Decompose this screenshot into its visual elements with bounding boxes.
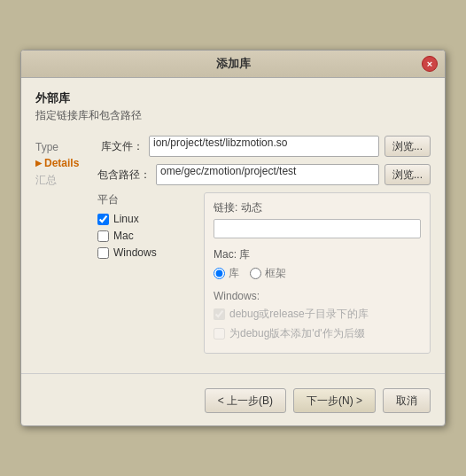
win-check1-row: debug或release子目录下的库 (214, 307, 421, 322)
windows-section-label: Windows: (214, 290, 421, 302)
mac-library-radio[interactable] (214, 268, 225, 279)
library-row: 库文件： ion/project/test/libzmotion.so 浏览..… (97, 136, 431, 157)
close-button[interactable]: × (422, 56, 438, 72)
platforms-col: 平台 Linux Mac Windows (97, 192, 204, 354)
mac-checkbox[interactable] (97, 230, 109, 242)
mac-checkbox-row: Mac (97, 230, 204, 242)
mac-radio-library: 库 (214, 266, 239, 281)
linux-section: 链接: 动态 (214, 200, 421, 238)
linux-checkbox[interactable] (97, 214, 109, 225)
platforms-label: 平台 (97, 192, 204, 207)
dialog-title: 添加库 (216, 56, 251, 72)
next-button[interactable]: 下一步(N) > (293, 388, 376, 413)
linux-link-input[interactable] (214, 219, 421, 238)
windows-checkbox[interactable] (97, 247, 109, 259)
win-debug-suffix-label: 为debug版本添加'd'作为后缀 (229, 326, 365, 341)
win-debug-release-checkbox (214, 308, 225, 320)
main-area: Type Details 汇总 库文件： ion/project/test/li… (35, 136, 431, 354)
section-title: 外部库 (35, 90, 431, 106)
cancel-button[interactable]: 取消 (383, 388, 431, 413)
close-icon: × (427, 59, 432, 69)
mac-section: Mac: 库 库 框架 (214, 247, 421, 281)
library-browse-button[interactable]: 浏览... (384, 136, 431, 157)
dialog-content: 外部库 指定链接库和包含路径 Type Details 汇总 库文件： (21, 78, 445, 363)
form-area: 库文件： ion/project/test/libzmotion.so 浏览..… (97, 136, 431, 354)
mac-radio-row: 库 框架 (214, 266, 421, 281)
mac-framework-radio[interactable] (250, 268, 261, 279)
section-subtitle: 指定链接库和包含路径 (35, 108, 431, 123)
include-input[interactable]: ome/gec/zmotion/project/test (156, 164, 379, 185)
button-bar: < 上一步(B) 下一步(N) > 取消 (21, 383, 445, 425)
linux-checkbox-row: Linux (97, 213, 204, 225)
title-bar: 添加库 × (21, 51, 445, 78)
linux-label[interactable]: Linux (113, 213, 139, 225)
win-debug-release-label: debug或release子目录下的库 (229, 307, 369, 322)
windows-checkbox-row: Windows (97, 246, 204, 259)
library-label: 库文件： (97, 139, 144, 154)
sidebar-item-details[interactable]: Details (35, 155, 97, 171)
include-row: 包含路径： ome/gec/zmotion/project/test 浏览... (97, 164, 431, 185)
library-input[interactable]: ion/project/test/libzmotion.so (149, 136, 379, 157)
sidebar-item-type[interactable]: Type (35, 139, 97, 155)
mac-label[interactable]: Mac (113, 230, 134, 242)
mac-section-label: Mac: 库 (214, 247, 421, 262)
mac-library-label[interactable]: 库 (229, 266, 239, 281)
include-label: 包含路径： (97, 168, 151, 183)
win-check2-row: 为debug版本添加'd'作为后缀 (214, 326, 421, 341)
win-debug-suffix-checkbox (214, 328, 225, 339)
windows-section: Windows: debug或release子目录下的库 为debug版本添加'… (214, 290, 421, 341)
separator (21, 373, 445, 374)
sidebar: Type Details 汇总 (35, 136, 97, 354)
sidebar-item-summary: 汇总 (35, 171, 97, 190)
mac-radio-framework: 框架 (250, 266, 286, 281)
linux-section-label: 链接: 动态 (214, 200, 421, 215)
back-button[interactable]: < 上一步(B) (205, 388, 286, 413)
include-browse-button[interactable]: 浏览... (384, 164, 431, 185)
windows-label[interactable]: Windows (113, 246, 157, 259)
right-panel: 链接: 动态 Mac: 库 库 (204, 192, 431, 354)
dialog: 添加库 × 外部库 指定链接库和包含路径 Type Details 汇总 (20, 50, 446, 426)
platforms-section: 平台 Linux Mac Windows (97, 192, 431, 354)
mac-framework-label[interactable]: 框架 (265, 266, 286, 281)
